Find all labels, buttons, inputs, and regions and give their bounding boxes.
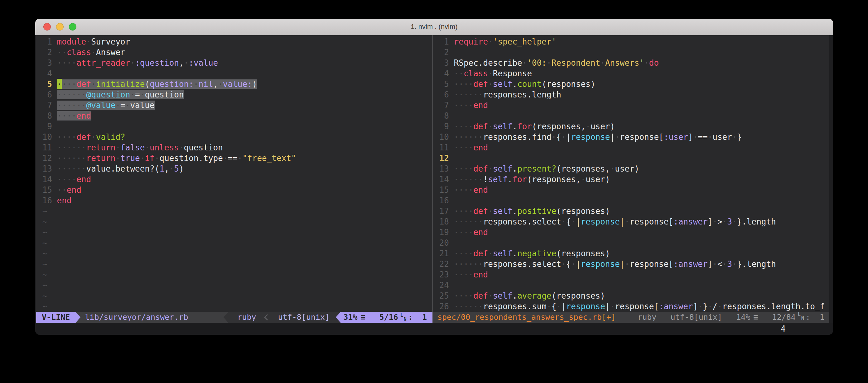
code-line[interactable]: 11····end: [434, 142, 829, 153]
code-line[interactable]: 13····def·self.present?(responses,·user): [434, 164, 829, 174]
code-line[interactable]: 21····def·self.negative(responses): [434, 248, 829, 259]
space-dots: ·: [571, 217, 576, 227]
code-line[interactable]: 18······responses.select·{·|response|·re…: [434, 216, 829, 227]
tilde: ~: [37, 259, 47, 269]
code-token: ]: [693, 302, 698, 311]
title-bar[interactable]: 1. nvim . (nvim): [35, 19, 833, 35]
filler-line: ~: [37, 227, 432, 238]
space-dots: ·: [693, 132, 698, 142]
code-line[interactable]: 3RSpec.describe·'00:·Respondent·Answers'…: [434, 58, 829, 68]
code-line[interactable]: 6······responses.length: [434, 90, 829, 100]
line-number: 1: [37, 36, 52, 47]
code-line[interactable]: 24: [434, 280, 829, 290]
code-line[interactable]: 14····end: [37, 174, 432, 185]
zoom-button[interactable]: [69, 23, 76, 31]
code-line[interactable]: 22······responses.select·{·|response|·re…: [434, 259, 829, 269]
code-token: if: [145, 153, 154, 163]
code-token: value:: [223, 79, 252, 89]
code-token: RSpec.describe: [454, 58, 522, 68]
code-line[interactable]: 19····end: [434, 227, 829, 238]
encoding-indicator: utf-8[unix]: [670, 312, 722, 323]
code-line[interactable]: 1require·'spec_helper': [434, 36, 829, 47]
space-dots: ·: [586, 122, 590, 131]
code-line[interactable]: 23····end: [434, 269, 829, 280]
code-line[interactable]: 11······return·false·unless·question: [37, 142, 432, 153]
space-dots: ·: [488, 291, 493, 301]
column-number: 1: [422, 312, 427, 323]
code-token: |: [576, 217, 581, 227]
line-number: 3: [37, 58, 52, 68]
code-line[interactable]: 9····def·self.for(responses,·user): [434, 121, 829, 132]
code-line[interactable]: 12: [434, 153, 829, 164]
code-line[interactable]: 14······!self.for(responses,·user): [434, 174, 829, 185]
space-dots: ·: [125, 101, 130, 110]
code-line[interactable]: 4: [37, 68, 432, 79]
code-line[interactable]: 10······responses.find·{·|response|·resp…: [434, 132, 829, 142]
code-line[interactable]: 2: [434, 47, 829, 58]
code-line[interactable]: 16end: [37, 195, 432, 206]
code-line[interactable]: 13······value.between?(1,·5): [37, 164, 432, 174]
code-token: ]: [708, 217, 713, 227]
left-editor-pane[interactable]: 1module·Surveyor2··class·Answer3····attr…: [36, 35, 432, 323]
code-token: }: [737, 132, 742, 142]
code-line[interactable]: 10····def·valid?: [37, 132, 432, 142]
separator-arrow-icon: [223, 312, 228, 323]
code-line[interactable]: 12······return·true·if·question.type·==·…: [37, 153, 432, 164]
pending-command-count: 4: [781, 323, 786, 334]
code-token: ,: [164, 164, 169, 173]
cursor: ·: [57, 79, 62, 90]
code-token: user): [590, 122, 615, 131]
code-line[interactable]: 1module·Surveyor: [37, 36, 432, 47]
code-token: user): [615, 164, 639, 173]
code-line[interactable]: 7······@value·=·value: [37, 100, 432, 110]
space-dots: ······: [454, 302, 483, 311]
code-line[interactable]: 25····def·self.average(responses): [434, 290, 829, 301]
position-indicator: 31% ≡ 5/16 LN : 1: [341, 312, 432, 323]
code-token: Answer: [96, 48, 125, 57]
right-editor-pane[interactable]: 1require·'spec_helper'23RSpec.describe·'…: [433, 35, 829, 323]
code-line[interactable]: 20: [434, 238, 829, 248]
code-line[interactable]: 15····end: [434, 185, 829, 195]
code-line[interactable]: 6······@question·=·question: [37, 90, 432, 100]
code-token: :answer: [674, 217, 708, 227]
scroll-percent: 14%: [736, 312, 750, 323]
code-token: |: [610, 132, 615, 142]
tilde: ~: [37, 238, 47, 248]
line-number: 10: [434, 132, 449, 142]
line-of-total: 12/84: [772, 312, 796, 323]
code-token: }.length: [737, 259, 776, 269]
code-token: response[: [620, 132, 664, 142]
code-line[interactable]: 3····attr_reader·:question,·:value: [37, 58, 432, 68]
code-token: valid?: [96, 132, 125, 142]
code-line[interactable]: 8: [434, 110, 829, 121]
code-token: 'spec_helper': [493, 37, 557, 46]
space-dots: ······: [57, 164, 86, 173]
code-token: response: [581, 259, 620, 269]
minimize-button[interactable]: [56, 23, 64, 31]
code-token: value: [130, 101, 154, 110]
code-line[interactable]: 16: [434, 195, 829, 206]
tilde: ~: [37, 217, 47, 227]
code-line[interactable]: 5····def·initialize(question:·nil,·value…: [37, 79, 432, 90]
close-button[interactable]: [43, 23, 51, 31]
space-dots: ·: [708, 302, 713, 311]
code-line[interactable]: 9: [37, 121, 432, 132]
code-line[interactable]: 4··class·Response: [434, 68, 829, 79]
code-line[interactable]: 17····def·self.positive(responses): [434, 206, 829, 216]
code-line[interactable]: 5····def·self.count(responses): [434, 79, 829, 90]
code-line[interactable]: 15··end: [37, 185, 432, 195]
code-token: response[: [629, 217, 674, 227]
space-dots: ···: [62, 79, 76, 89]
filler-line: ~: [37, 269, 432, 280]
code-line[interactable]: 26······responses.sum·{·|response|·respo…: [434, 301, 829, 312]
line-number: 13: [434, 164, 449, 174]
right-code-area[interactable]: 1require·'spec_helper'23RSpec.describe·'…: [433, 35, 829, 312]
left-code-area[interactable]: 1module·Surveyor2··class·Answer3····attr…: [36, 35, 432, 312]
code-line[interactable]: 7····end: [434, 100, 829, 110]
space-dots: ·: [223, 153, 228, 163]
code-token: self: [493, 206, 513, 216]
code-token: return: [86, 143, 116, 152]
code-line[interactable]: 2··class·Answer: [37, 47, 432, 58]
code-line[interactable]: 8····end: [37, 110, 432, 121]
code-token: Surveyor: [91, 37, 130, 46]
